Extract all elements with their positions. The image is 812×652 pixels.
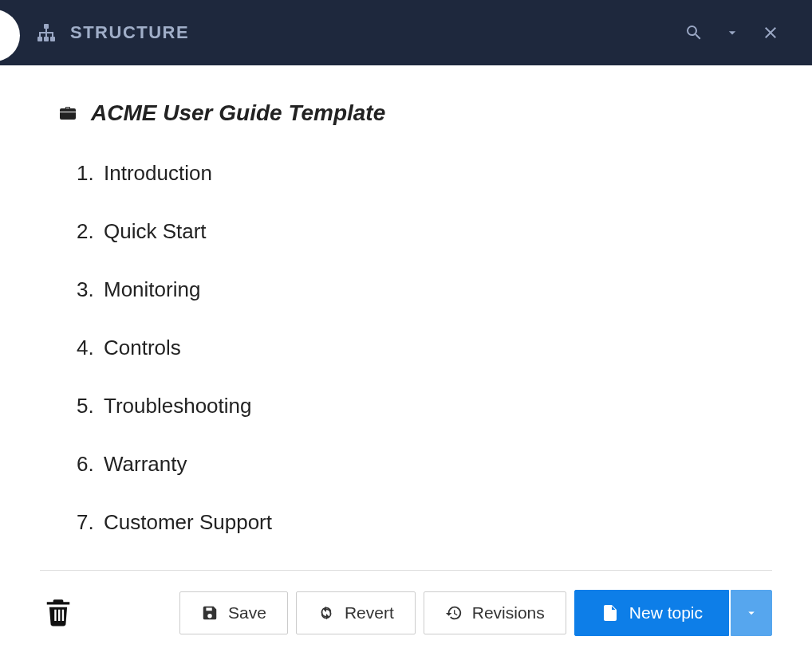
chevron-down-icon[interactable] <box>724 25 740 41</box>
topic-label: Warranty <box>104 452 187 477</box>
new-topic-dropdown[interactable] <box>731 590 772 636</box>
svg-rect-8 <box>52 32 53 37</box>
chevron-down-icon <box>744 606 759 620</box>
search-icon[interactable] <box>684 23 704 42</box>
document-title-row[interactable]: ACME User Guide Template <box>57 100 772 126</box>
topic-item[interactable]: 4.Controls <box>77 336 772 360</box>
revisions-button[interactable]: Revisions <box>424 591 566 634</box>
topic-label: Controls <box>104 336 181 360</box>
topic-number: 3. <box>77 277 104 302</box>
topic-list: 1.Introduction2.Quick Start3.Monitoring4… <box>57 161 772 535</box>
new-topic-label: New topic <box>629 603 703 623</box>
delete-button[interactable] <box>40 592 77 634</box>
topic-label: Troubleshooting <box>104 394 252 418</box>
topic-label: Customer Support <box>104 510 272 535</box>
topic-label: Introduction <box>104 161 212 186</box>
topic-number: 5. <box>77 394 104 418</box>
topic-number: 4. <box>77 336 104 360</box>
revert-button[interactable]: Revert <box>296 591 416 634</box>
svg-rect-7 <box>45 32 47 37</box>
topic-item[interactable]: 7.Customer Support <box>77 510 772 535</box>
edge-circle <box>0 10 20 61</box>
content-area: ACME User Guide Template 1.Introduction2… <box>0 65 812 535</box>
topic-item[interactable]: 3.Monitoring <box>77 277 772 302</box>
close-icon[interactable] <box>761 23 780 42</box>
save-icon <box>201 604 219 622</box>
topic-label: Monitoring <box>104 277 200 302</box>
revert-label: Revert <box>345 603 394 623</box>
history-icon <box>445 604 463 622</box>
topic-item[interactable]: 2.Quick Start <box>77 219 772 244</box>
svg-rect-2 <box>44 37 49 41</box>
topic-item[interactable]: 1.Introduction <box>77 161 772 186</box>
svg-rect-6 <box>39 32 41 37</box>
document-title: ACME User Guide Template <box>91 100 385 126</box>
svg-rect-0 <box>44 24 49 29</box>
revisions-label: Revisions <box>472 603 545 623</box>
topic-item[interactable]: 5.Troubleshooting <box>77 394 772 418</box>
footer-right: Save Revert Revisions New topic <box>179 590 772 636</box>
topic-number: 1. <box>77 161 104 186</box>
header-bar: STRUCTURE <box>0 0 812 65</box>
svg-rect-3 <box>50 37 55 41</box>
header-right <box>684 23 780 42</box>
footer-toolbar: Save Revert Revisions New topic <box>40 570 772 636</box>
revert-icon <box>317 604 335 622</box>
header-title: STRUCTURE <box>70 22 189 43</box>
new-topic-button[interactable]: New topic <box>574 590 729 636</box>
save-label: Save <box>228 603 266 623</box>
svg-rect-1 <box>37 37 42 41</box>
topic-label: Quick Start <box>104 219 207 244</box>
topic-number: 7. <box>77 510 104 535</box>
trash-icon <box>43 595 73 629</box>
topic-number: 6. <box>77 452 104 477</box>
sitemap-icon <box>37 23 56 42</box>
file-icon <box>601 602 620 624</box>
header-left: STRUCTURE <box>37 22 189 43</box>
topic-number: 2. <box>77 219 104 244</box>
briefcase-icon <box>57 104 78 123</box>
footer-left <box>40 592 77 634</box>
new-topic-split: New topic <box>574 590 772 636</box>
save-button[interactable]: Save <box>179 591 288 634</box>
topic-item[interactable]: 6.Warranty <box>77 452 772 477</box>
